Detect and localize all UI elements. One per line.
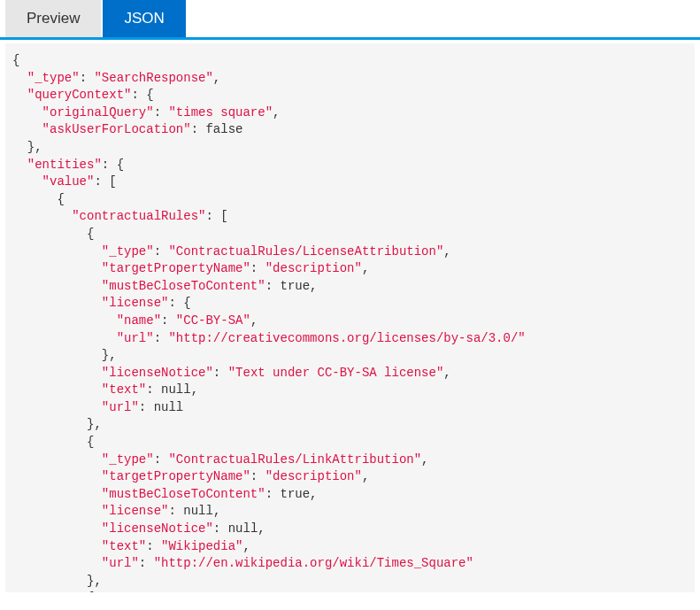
json-code-output: { "_type": "SearchResponse", "queryConte… (5, 43, 695, 592)
tab-bar: Preview JSON (0, 0, 700, 40)
tab-preview[interactable]: Preview (5, 0, 101, 37)
tab-json[interactable]: JSON (103, 0, 185, 37)
